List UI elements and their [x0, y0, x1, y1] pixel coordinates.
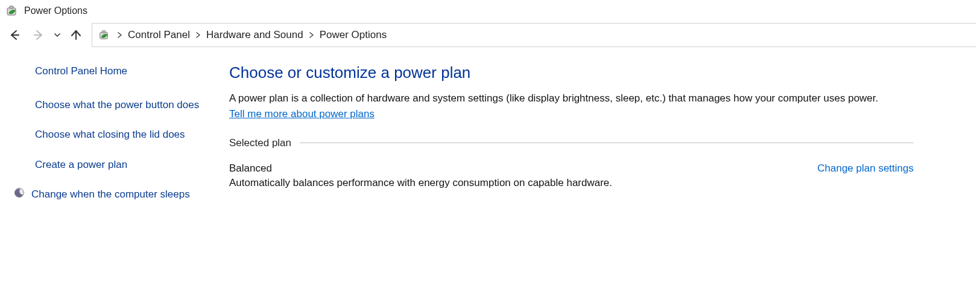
chevron-right-icon[interactable] — [307, 31, 316, 39]
main-panel: Choose or customize a power plan A power… — [229, 63, 980, 217]
svg-rect-1 — [10, 6, 13, 8]
svg-rect-6 — [102, 31, 105, 33]
change-plan-settings-link[interactable]: Change plan settings — [817, 162, 914, 175]
moon-icon — [13, 187, 25, 199]
breadcrumb-item[interactable]: Power Options — [320, 29, 387, 41]
titlebar: Power Options — [0, 0, 980, 22]
group-label: Selected plan — [229, 137, 291, 149]
more-info-link[interactable]: Tell me more about power plans — [229, 108, 375, 120]
chevron-right-icon[interactable] — [194, 31, 203, 39]
divider — [300, 143, 914, 143]
nav-up-button[interactable] — [65, 24, 87, 46]
sidebar-control-panel-home[interactable]: Control Panel Home — [35, 63, 217, 79]
chevron-right-icon[interactable] — [115, 31, 124, 39]
page-description: A power plan is a collection of hardware… — [229, 91, 880, 123]
selected-plan-group: Selected plan — [229, 137, 914, 149]
plan-name: Balanced — [229, 162, 272, 175]
nav-forward-button[interactable] — [28, 24, 49, 46]
sidebar: Control Panel Home Choose what the power… — [0, 63, 229, 217]
content-area: Control Panel Home Choose what the power… — [0, 49, 980, 217]
sidebar-item-power-button[interactable]: Choose what the power button does — [35, 97, 217, 113]
navbar: Control Panel Hardware and Sound Power O… — [0, 22, 980, 49]
address-bar[interactable]: Control Panel Hardware and Sound Power O… — [92, 23, 976, 47]
recent-locations-dropdown[interactable] — [52, 24, 63, 46]
sidebar-item-create-plan[interactable]: Create a power plan — [35, 157, 217, 173]
plan-row: Balanced Change plan settings — [229, 162, 914, 175]
page-heading: Choose or customize a power plan — [229, 63, 914, 82]
breadcrumb-item[interactable]: Control Panel — [128, 29, 190, 41]
plan-description: Automatically balances performance with … — [229, 177, 914, 189]
nav-back-button[interactable] — [4, 24, 25, 46]
sidebar-item-change-sleep[interactable]: Change when the computer sleeps — [35, 187, 217, 202]
window-title: Power Options — [24, 5, 87, 16]
breadcrumb-item[interactable]: Hardware and Sound — [206, 29, 303, 41]
battery-leaf-icon — [97, 28, 112, 42]
battery-leaf-icon — [5, 4, 19, 18]
sidebar-item-closing-lid[interactable]: Choose what closing the lid does — [35, 127, 217, 143]
